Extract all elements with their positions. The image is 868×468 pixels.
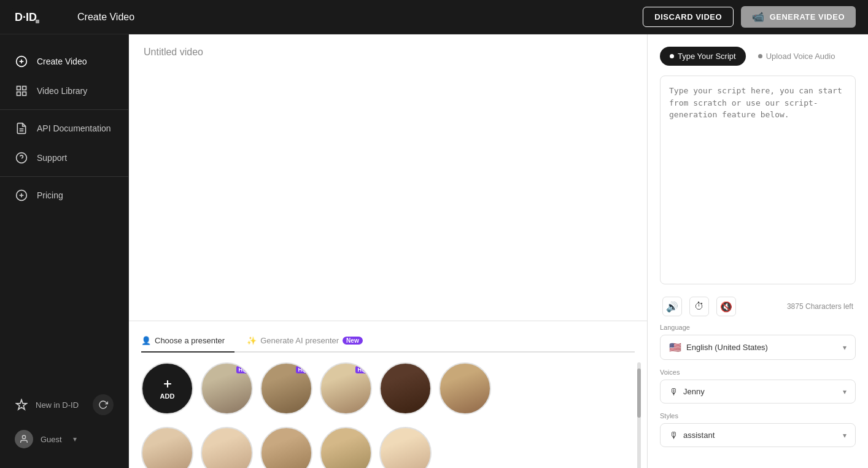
hq-badge: HQ xyxy=(296,366,309,373)
hq-badge: HQ xyxy=(236,366,250,373)
timer-icon: ⏱ xyxy=(694,301,704,312)
tab-choose-presenter[interactable]: 👤 Choose a presenter xyxy=(141,331,234,353)
sidebar-label-video-library: Video Library xyxy=(37,86,87,96)
video-title[interactable]: Untitled video xyxy=(144,47,203,58)
presenter-10[interactable] xyxy=(379,427,432,468)
discard-video-button[interactable]: DISCARD VIDEO xyxy=(643,7,734,27)
sidebar-item-user[interactable]: Guest ▾ xyxy=(0,423,128,456)
tab-type-script[interactable]: Type Your Script xyxy=(660,47,746,66)
language-label: Language xyxy=(660,324,856,331)
header-actions: DISCARD VIDEO 📹 GENERATE VIDEO xyxy=(643,6,856,28)
user-dropdown-arrow: ▾ xyxy=(73,435,77,443)
sidebar-divider-1 xyxy=(0,109,128,110)
sidebar-item-pricing[interactable]: Pricing xyxy=(0,181,128,210)
svg-rect-6 xyxy=(17,87,21,90)
active-dot xyxy=(670,54,674,58)
sidebar-item-api-docs[interactable]: API Documentation xyxy=(0,114,128,143)
voices-section: Voices 🎙 Jenny ▾ xyxy=(660,369,856,404)
scrollbar[interactable] xyxy=(637,362,641,468)
script-tabs: Type Your Script Upload Voice Audio xyxy=(660,47,856,66)
presenter-tabs: 👤 Choose a presenter ✨ Generate AI prese… xyxy=(141,331,635,353)
help-circle-icon xyxy=(15,151,28,165)
voices-chevron-icon: ▾ xyxy=(843,388,847,396)
sidebar-item-new-in-did[interactable]: New in D-ID xyxy=(0,387,128,423)
sidebar-item-support[interactable]: Support xyxy=(0,143,128,173)
person-icon: 👤 xyxy=(141,336,151,345)
presenter-2[interactable]: HQ xyxy=(260,362,312,415)
presenter-row-2 xyxy=(141,427,635,468)
inactive-dot xyxy=(758,54,762,58)
presenters-scroll-area: ADD HQ HQ HQ xyxy=(141,362,635,468)
mute-icon: 🔇 xyxy=(720,301,732,313)
presenter-5[interactable] xyxy=(439,362,491,415)
grid-icon xyxy=(15,84,28,98)
presenter-panel: 👤 Choose a presenter ✨ Generate AI prese… xyxy=(129,321,647,468)
user-avatar xyxy=(15,430,33,448)
new-in-did-label: New in D-ID xyxy=(36,400,79,410)
sidebar-label-create-video: Create Video xyxy=(37,57,87,66)
right-panel: Type Your Script Upload Voice Audio 🔊 ⏱ … xyxy=(647,34,868,468)
script-toolbar: 🔊 ⏱ 🔇 3875 Characters left xyxy=(660,292,856,321)
user-label: Guest xyxy=(41,435,62,444)
plus-circle-icon xyxy=(15,55,28,68)
styles-value: assistant xyxy=(683,431,715,440)
dollar-circle-icon xyxy=(15,189,28,202)
presenter-row-1: ADD HQ HQ HQ xyxy=(141,362,635,415)
language-value: English (United States) xyxy=(686,343,768,352)
volume-button[interactable]: 🔊 xyxy=(662,297,682,316)
presenter-4[interactable] xyxy=(379,362,432,415)
svg-rect-9 xyxy=(23,92,26,96)
styles-icon: 🎙 xyxy=(669,430,678,440)
sidebar-label-support: Support xyxy=(37,153,67,163)
presenter-1[interactable]: HQ xyxy=(201,362,253,415)
add-presenter-button[interactable]: ADD xyxy=(141,362,193,415)
svg-point-17 xyxy=(22,435,25,439)
presenter-7[interactable] xyxy=(201,427,253,468)
sidebar-item-video-library[interactable]: Video Library xyxy=(0,76,128,106)
svg-rect-2 xyxy=(36,20,39,23)
timer-button[interactable]: ⏱ xyxy=(689,297,709,316)
language-select[interactable]: 🇺🇸 English (United States) ▾ xyxy=(660,335,856,360)
styles-select[interactable]: 🎙 assistant ▾ xyxy=(660,423,856,447)
voices-select[interactable]: 🎙 Jenny ▾ xyxy=(660,380,856,404)
sidebar-label-pricing: Pricing xyxy=(37,190,63,200)
tab-generate-ai-presenter[interactable]: ✨ Generate AI presenter New xyxy=(247,331,372,353)
presenter-9[interactable] xyxy=(320,427,372,468)
camera-icon: 📹 xyxy=(752,11,765,23)
voice-icon: 🎙 xyxy=(669,386,678,397)
sidebar-item-create-video[interactable]: Create Video xyxy=(0,47,128,76)
sidebar-nav: Create Video Video Library xyxy=(0,47,128,387)
scrollbar-thumb[interactable] xyxy=(637,369,641,418)
content-area: Untitled video 👤 Choose a presenter ✨ Ge… xyxy=(129,34,647,468)
language-chevron-icon: ▾ xyxy=(843,343,847,352)
page-title: Create Video xyxy=(77,12,134,23)
video-canvas: Untitled video xyxy=(129,34,647,321)
svg-rect-7 xyxy=(23,87,26,90)
sidebar-label-api-docs: API Documentation xyxy=(37,123,111,133)
file-text-icon xyxy=(15,122,28,135)
presenter-6[interactable] xyxy=(141,427,193,468)
sidebar-divider-2 xyxy=(0,176,128,177)
logo: D·ID xyxy=(12,6,41,28)
volume-icon: 🔊 xyxy=(666,301,678,313)
script-tools: 🔊 ⏱ 🔇 xyxy=(662,297,736,316)
main-layout: Create Video Video Library xyxy=(0,34,868,468)
sidebar: Create Video Video Library xyxy=(0,34,129,468)
language-section: Language 🇺🇸 English (United States) ▾ xyxy=(660,324,856,360)
chars-left: 3875 Characters left xyxy=(787,302,853,311)
tab-upload-audio[interactable]: Upload Voice Audio xyxy=(748,47,845,66)
app-header: D·ID Create Video DISCARD VIDEO 📹 GENERA… xyxy=(0,0,868,34)
new-badge: New xyxy=(343,337,363,345)
voices-value: Jenny xyxy=(683,387,705,396)
sidebar-bottom: New in D-ID Guest ▾ xyxy=(0,387,128,456)
header-left: D·ID Create Video xyxy=(12,6,134,28)
generate-video-button[interactable]: 📹 GENERATE VIDEO xyxy=(741,6,856,28)
presenter-8[interactable] xyxy=(260,427,312,468)
styles-chevron-icon: ▾ xyxy=(843,431,847,440)
presenter-3[interactable]: HQ xyxy=(320,362,372,415)
mute-button[interactable]: 🔇 xyxy=(716,297,736,316)
flag-icon: 🇺🇸 xyxy=(669,341,681,353)
voices-label: Voices xyxy=(660,369,856,376)
script-textarea[interactable] xyxy=(660,76,856,284)
refresh-button[interactable] xyxy=(93,394,114,415)
